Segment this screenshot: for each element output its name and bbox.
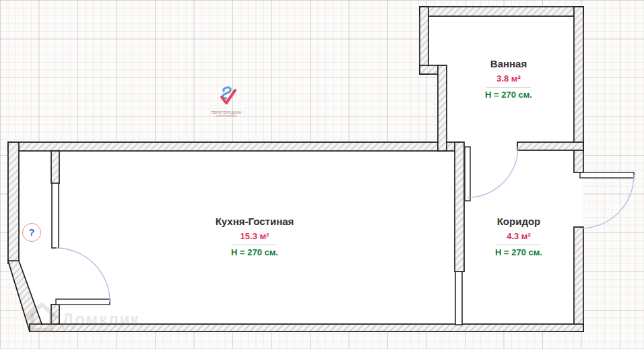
door-arc-entrance (581, 175, 634, 228)
apartment-floor (8, 7, 583, 331)
wall-window-stub-bottom (51, 305, 59, 324)
wall-bathroom-top (420, 7, 583, 16)
floorplan-canvas: Ванная 3.8 м² H = 270 см. Кухня-Гостиная… (0, 0, 644, 349)
wall-bottom (30, 324, 583, 331)
wall-bathroom-left-lower (438, 65, 447, 151)
wall-corridor-top-right (517, 142, 583, 150)
wall-right-lower (574, 227, 583, 331)
unknown-area-badge[interactable]: ? (22, 223, 41, 242)
window-kitchen-left (52, 183, 59, 248)
wall-window-stub-top (51, 151, 59, 183)
wall-kitchen-top (8, 142, 460, 151)
door-leaf-entrance (580, 172, 634, 178)
wall-kitchen-corridor-partition (455, 142, 464, 272)
floorplan-drawing (0, 0, 644, 349)
wall-bathroom-left-upper (420, 7, 428, 74)
wall-left-outer (8, 142, 19, 263)
door-leaf-bathroom (465, 147, 470, 201)
thin-partition-kitchen-corridor (455, 272, 462, 325)
question-mark: ? (29, 227, 35, 238)
door-leaf-kitchen (56, 299, 110, 305)
